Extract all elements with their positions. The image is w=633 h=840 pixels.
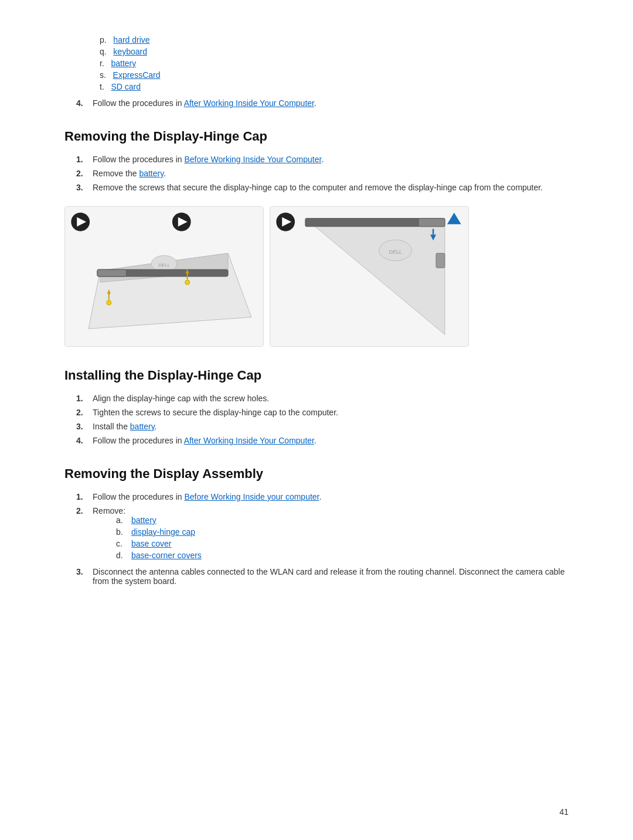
section1-step3: 3. Remove the screws that secure the dis…: [76, 183, 569, 192]
step1-end: .: [321, 155, 324, 164]
page-content: p. hard drive q. keyboard r. battery s. …: [64, 0, 569, 638]
page-number: 41: [559, 807, 569, 817]
step3-num: 3.: [76, 183, 88, 192]
s2-step4-content: Follow the procedures in After Working I…: [93, 436, 569, 445]
section1-title: Removing the Display-Hinge Cap: [64, 129, 569, 144]
sublist-label-c: c.: [116, 539, 127, 548]
list-label-q: q.: [100, 47, 107, 56]
svg-rect-6: [97, 269, 127, 276]
pre-follow-content: Follow the procedures in After Working I…: [93, 98, 569, 108]
sublist-item-a: a. battery: [116, 515, 569, 525]
sublist-item-b: b. display-hinge cap: [116, 527, 569, 537]
display-hinge-cap-link[interactable]: display-hinge cap: [131, 527, 195, 537]
section2-step1: 1. Align the display-hinge cap with the …: [76, 394, 569, 403]
s2-step3-text: Install the: [93, 422, 130, 431]
section1-step2: 2. Remove the battery.: [76, 169, 569, 178]
section3-title: Removing the Display Assembly: [64, 466, 569, 482]
sublist-label-d: d.: [116, 551, 127, 560]
section-removing-display-assembly: Removing the Display Assembly 1. Follow …: [64, 466, 569, 586]
section3-sublist: a. battery b. display-hinge cap c. base …: [116, 515, 569, 560]
section2-steps: 1. Align the display-hinge cap with the …: [76, 394, 569, 445]
section2-step2: 2. Tighten the screws to secure the disp…: [76, 408, 569, 417]
sublist-item-d: d. base-corner covers: [116, 551, 569, 560]
s2-step4-text: Follow the procedures in: [93, 436, 184, 445]
battery-link-s3[interactable]: battery: [131, 515, 156, 525]
svg-rect-25: [436, 253, 445, 268]
step1-num: 1.: [76, 155, 88, 164]
step2-text: Remove the: [93, 169, 139, 178]
list-item-p: p. hard drive: [100, 35, 569, 45]
s2-step1-num: 1.: [76, 394, 88, 403]
s2-step3-content: Install the battery.: [93, 422, 569, 431]
list-item-r: r. battery: [100, 59, 569, 68]
section3-step3: 3. Disconnect the antenna cables connect…: [76, 567, 569, 586]
s3-step1-text: Follow the procedures in: [93, 492, 184, 501]
s2-step2-num: 2.: [76, 408, 88, 417]
hinge-image-right-svg: DELL: [270, 207, 468, 346]
battery-link-pre[interactable]: battery: [111, 59, 136, 68]
svg-rect-22: [418, 218, 445, 227]
hinge-image-right: DELL: [270, 206, 469, 347]
list-label-p: p.: [100, 35, 107, 45]
s3-step1-end: .: [319, 492, 322, 501]
section3-steps: 1. Follow the procedures in Before Worki…: [76, 492, 569, 586]
s3-step2-text: Remove:: [93, 506, 125, 515]
list-item-s: s. ExpressCard: [100, 70, 569, 80]
section1-step1: 1. Follow the procedures in Before Worki…: [76, 155, 569, 164]
pre-follow-end: .: [314, 98, 316, 108]
pre-follow-text: Follow the procedures in: [93, 98, 184, 108]
battery-link-s2[interactable]: battery: [130, 422, 155, 431]
svg-point-7: [107, 301, 111, 305]
step2-num: 2.: [76, 169, 88, 178]
after-working-link-s2[interactable]: After Working Inside Your Computer: [184, 436, 314, 445]
sdcard-link[interactable]: SD card: [111, 82, 141, 91]
list-label-r: r.: [100, 59, 104, 68]
svg-text:DELL: DELL: [389, 249, 401, 255]
step3-content: Remove the screws that secure the displa…: [93, 183, 569, 192]
section2-step4: 4. Follow the procedures in After Workin…: [76, 436, 569, 445]
section3-step2: 2. Remove: a. battery b. display-hinge c…: [76, 506, 569, 562]
step3-text: Remove the screws that secure the displa…: [93, 183, 543, 192]
step2-content: Remove the battery.: [93, 169, 569, 178]
step1-text: Follow the procedures in: [93, 155, 184, 164]
s3-step2-content: Remove: a. battery b. display-hinge cap …: [93, 506, 569, 562]
expresscard-link[interactable]: ExpressCard: [113, 70, 161, 80]
battery-link-s1[interactable]: battery: [139, 169, 164, 178]
s3-step3-content: Disconnect the antenna cables connected …: [93, 567, 569, 586]
s2-step3-num: 3.: [76, 422, 88, 431]
section2-title: Installing the Display-Hinge Cap: [64, 368, 569, 383]
before-working-link-s3[interactable]: Before Working Inside your computer: [184, 492, 319, 501]
s2-step2-text: Tighten the screws to secure the display…: [93, 408, 338, 417]
hard-drive-link[interactable]: hard drive: [113, 35, 149, 45]
base-corner-covers-link[interactable]: base-corner covers: [131, 551, 202, 560]
svg-point-10: [185, 280, 190, 285]
list-item-q: q. keyboard: [100, 47, 569, 56]
step2-end: .: [164, 169, 166, 178]
s2-step4-num: 4.: [76, 436, 88, 445]
section1-steps: 1. Follow the procedures in Before Worki…: [76, 155, 569, 192]
base-cover-link[interactable]: base cover: [131, 539, 171, 548]
hinge-image-left: DELL: [64, 206, 264, 347]
keyboard-link[interactable]: keyboard: [113, 47, 147, 56]
after-working-link-pre[interactable]: After Working Inside Your Computer: [184, 98, 314, 108]
step1-content: Follow the procedures in Before Working …: [93, 155, 569, 164]
s2-step1-content: Align the display-hinge cap with the scr…: [93, 394, 569, 403]
before-working-link-s1[interactable]: Before Working Inside Your Computer: [184, 155, 321, 164]
sublist-item-c: c. base cover: [116, 539, 569, 548]
s2-step3-end: .: [155, 422, 157, 431]
hinge-cap-images: DELL: [64, 206, 569, 347]
s3-step1-num: 1.: [76, 492, 88, 501]
section-installing-hinge-cap: Installing the Display-Hinge Cap 1. Alig…: [64, 368, 569, 445]
s3-step3-num: 3.: [76, 567, 88, 586]
s2-step1-text: Align the display-hinge cap with the scr…: [93, 394, 269, 403]
section-removing-hinge-cap: Removing the Display-Hinge Cap 1. Follow…: [64, 129, 569, 347]
pre-list: p. hard drive q. keyboard r. battery s. …: [100, 35, 569, 91]
s2-step2-content: Tighten the screws to secure the display…: [93, 408, 569, 417]
section3-step1: 1. Follow the procedures in Before Worki…: [76, 492, 569, 501]
list-label-s: s.: [100, 70, 106, 80]
sublist-label-a: a.: [116, 515, 127, 525]
pre-follow-item: 4. Follow the procedures in After Workin…: [76, 98, 569, 108]
list-label-t: t.: [100, 82, 104, 91]
s3-step3-text: Disconnect the antenna cables connected …: [93, 567, 564, 586]
pre-follow-num: 4.: [76, 98, 88, 108]
